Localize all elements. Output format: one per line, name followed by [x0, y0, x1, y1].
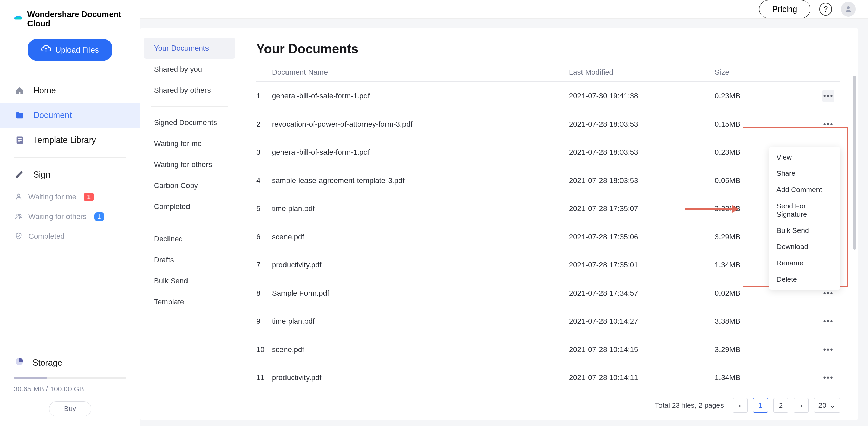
table-row[interactable]: 2revocation-of-power-of-attorney-form-3.… [256, 110, 840, 138]
shield-check-icon [15, 232, 23, 240]
row-index: 7 [256, 261, 272, 270]
nav-waiting-for-others[interactable]: Waiting for others 1 [0, 207, 140, 226]
ellipsis-icon: ••• [823, 346, 833, 354]
row-name: time plan.pdf [272, 204, 569, 213]
avatar-icon [844, 5, 852, 13]
pager-next[interactable]: › [794, 398, 809, 413]
row-size: 0.23MB [715, 92, 816, 100]
row-more-button[interactable]: ••• [822, 90, 834, 102]
context-menu-item[interactable]: Download [769, 239, 840, 255]
context-menu-item[interactable]: Rename [769, 255, 840, 271]
row-index: 6 [256, 233, 272, 241]
row-index: 1 [256, 92, 272, 100]
table-row[interactable]: 9time plan.pdf2021-07-28 10:14:273.38MB•… [256, 307, 840, 335]
table-row[interactable]: 11productivity.pdf2021-07-28 10:14:111.3… [256, 364, 840, 392]
pie-icon [15, 357, 24, 368]
subnav-completed[interactable]: Completed [144, 196, 235, 217]
row-size: 1.34MB [715, 373, 816, 382]
pager-page-1[interactable]: 1 [753, 398, 768, 413]
table-row[interactable]: 6scene.pdf2021-07-28 17:35:063.29MB••• [256, 223, 840, 251]
row-modified: 2021-07-28 18:03:53 [569, 120, 715, 129]
storage-label: Storage [33, 358, 62, 368]
ellipsis-icon: ••• [823, 120, 833, 128]
pager-page-2[interactable]: 2 [773, 398, 788, 413]
annotation-arrow-icon [685, 205, 739, 214]
nav-document[interactable]: Document [0, 103, 140, 128]
storage-progress [14, 377, 126, 379]
template-icon [15, 135, 24, 145]
pricing-button[interactable]: Pricing [759, 0, 810, 18]
subnav-waiting-for-me[interactable]: Waiting for me [144, 133, 235, 154]
context-menu-item[interactable]: Add Comment [769, 182, 840, 198]
row-modified: 2021-07-28 10:14:27 [569, 317, 715, 326]
svg-point-6 [19, 215, 21, 217]
context-menu-item[interactable]: Send For Signature [769, 198, 840, 222]
row-more-button[interactable]: ••• [822, 315, 834, 328]
row-modified: 2021-07-28 17:35:06 [569, 233, 715, 241]
pager-prev[interactable]: ‹ [733, 398, 748, 413]
subnav-bulk-send[interactable]: Bulk Send [144, 271, 235, 292]
row-index: 2 [256, 120, 272, 129]
table-row[interactable]: 1general-bill-of-sale-form-1.pdf2021-07-… [256, 82, 840, 110]
subnav-carbon-copy[interactable]: Carbon Copy [144, 175, 235, 196]
row-more-button[interactable]: ••• [822, 344, 834, 356]
waiting-others-badge: 1 [94, 212, 104, 221]
nav-template-library[interactable]: Template Library [0, 128, 140, 152]
row-name: general-bill-of-sale-form-1.pdf [272, 92, 569, 100]
chevron-right-icon: › [800, 402, 802, 409]
row-more-button[interactable]: ••• [822, 372, 834, 384]
nav-waiting-for-me[interactable]: Waiting for me 1 [0, 187, 140, 207]
help-button[interactable]: ? [819, 3, 832, 16]
row-name: time plan.pdf [272, 317, 569, 326]
cloud-upload-icon [41, 45, 51, 55]
nav-storage[interactable]: Storage [14, 352, 126, 373]
divider [151, 223, 228, 223]
brand-logo-icon [14, 15, 23, 23]
subnav-shared-by-you[interactable]: Shared by you [144, 59, 235, 80]
waiting-me-label: Waiting for me [28, 192, 76, 201]
subnav-signed-documents[interactable]: Signed Documents [144, 112, 235, 133]
context-menu-item[interactable]: Share [769, 165, 840, 182]
chevron-down-icon: ⌄ [830, 401, 836, 409]
row-index: 3 [256, 148, 272, 157]
subnav-drafts[interactable]: Drafts [144, 249, 235, 271]
user-avatar[interactable] [841, 2, 856, 17]
subnav-shared-by-others[interactable]: Shared by others [144, 80, 235, 101]
nav-home-label: Home [33, 86, 56, 95]
page-size-value: 20 [818, 401, 826, 409]
row-index: 10 [256, 345, 272, 354]
context-menu-item[interactable]: Bulk Send [769, 222, 840, 239]
subnav-your-documents[interactable]: Your Documents [144, 38, 235, 59]
scrollbar-thumb[interactable] [853, 76, 856, 250]
row-context-menu: ViewShareAdd CommentSend For SignatureBu… [769, 147, 840, 290]
nav-completed[interactable]: Completed [0, 226, 140, 246]
context-menu-item[interactable]: View [769, 149, 840, 165]
subnav-declined[interactable]: Declined [144, 228, 235, 249]
svg-point-7 [847, 6, 850, 9]
row-name: Sample Form.pdf [272, 289, 569, 298]
upload-files-button[interactable]: Upload Files [28, 39, 113, 61]
nav-template-label: Template Library [33, 135, 96, 145]
table-row[interactable]: 7productivity.pdf2021-07-28 17:35:011.34… [256, 251, 840, 279]
header-name: Document Name [272, 68, 569, 77]
row-name: general-bill-of-sale-form-1.pdf [272, 148, 569, 157]
buy-button[interactable]: Buy [49, 401, 91, 416]
table-row[interactable]: 10scene.pdf2021-07-28 10:14:153.29MB••• [256, 335, 840, 364]
row-name: productivity.pdf [272, 261, 569, 270]
pager-page-size[interactable]: 20 ⌄ [814, 398, 840, 413]
subnav-waiting-for-others[interactable]: Waiting for others [144, 154, 235, 175]
nav-home[interactable]: Home [0, 78, 140, 103]
scrollbar-track[interactable] [853, 76, 856, 392]
context-menu-item[interactable]: Delete [769, 271, 840, 288]
subnav-template[interactable]: Template [144, 292, 235, 313]
row-more-button[interactable]: ••• [822, 118, 834, 130]
table-row[interactable]: 3general-bill-of-sale-form-1.pdf2021-07-… [256, 138, 840, 166]
divider [14, 157, 126, 158]
table-row[interactable]: 4sample-lease-agreement-template-3.pdf20… [256, 166, 840, 195]
table-row[interactable]: 8Sample Form.pdf2021-07-28 17:34:570.02M… [256, 279, 840, 307]
row-modified: 2021-07-28 18:03:53 [569, 148, 715, 157]
nav-sign[interactable]: Sign [0, 162, 140, 187]
table-row[interactable]: 5time plan.pdf2021-07-28 17:35:073.38MB•… [256, 195, 840, 223]
divider [151, 106, 228, 107]
main-sidebar: Wondershare Document Cloud Upload Files … [0, 0, 140, 426]
